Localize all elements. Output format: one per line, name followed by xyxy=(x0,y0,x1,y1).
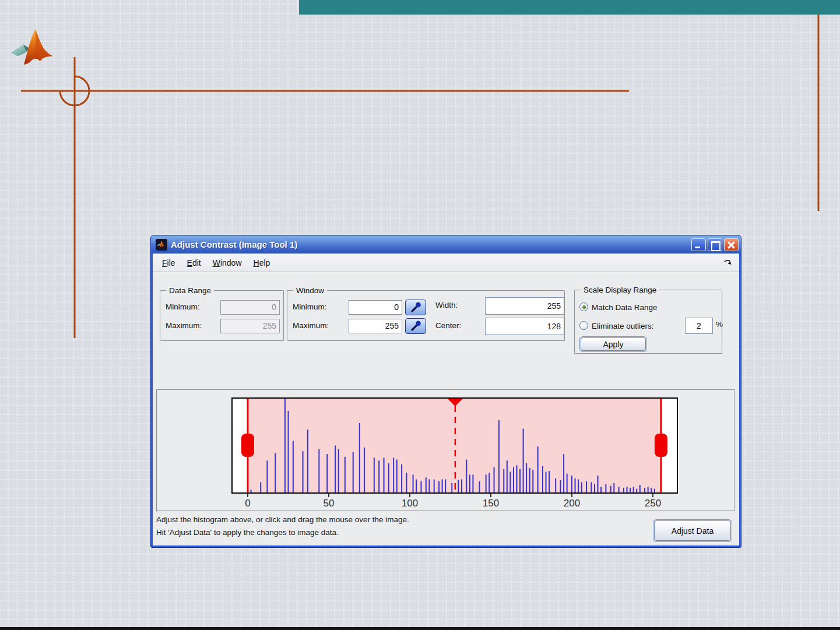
svg-text:250: 250 xyxy=(645,498,661,509)
window-maximum-label: Maximum: xyxy=(293,321,329,330)
slide-bottom-rule xyxy=(0,627,840,630)
window-group: Window Minimum: 0 Maximum: 255 Width: 25… xyxy=(287,290,565,342)
data-range-maximum-label: Maximum: xyxy=(166,321,202,330)
adjust-contrast-window: Adjust Contrast (Image Tool 1) File Edit… xyxy=(150,235,741,548)
menubar: File Edit Window Help xyxy=(153,254,739,272)
center-label: Center: xyxy=(435,321,461,330)
window-minimum-label: Minimum: xyxy=(293,302,327,311)
menu-window[interactable]: Window xyxy=(207,256,248,270)
histogram-svg[interactable]: 050100150200250 xyxy=(157,390,734,511)
scale-group-title: Scale Display Range xyxy=(581,286,659,294)
maximize-button[interactable] xyxy=(708,238,722,251)
data-range-group: Data Range Minimum: 0 Maximum: 255 xyxy=(160,290,284,342)
match-data-range-radio[interactable] xyxy=(579,302,588,311)
eliminate-outliers-label[interactable]: Eliminate outliers: xyxy=(592,322,654,330)
close-button[interactable] xyxy=(724,238,739,251)
histogram-panel: 050100150200250 xyxy=(156,389,735,512)
dock-arrow-icon[interactable] xyxy=(723,259,732,268)
svg-text:200: 200 xyxy=(564,498,580,509)
window-title: Adjust Contrast (Image Tool 1) xyxy=(171,240,690,249)
center-input[interactable]: 128 xyxy=(485,318,564,335)
svg-text:150: 150 xyxy=(483,498,499,509)
titlebar[interactable]: Adjust Contrast (Image Tool 1) xyxy=(151,235,741,254)
eyedropper-icon xyxy=(409,301,423,314)
eyedropper-icon xyxy=(409,320,423,333)
width-input[interactable]: 255 xyxy=(485,297,564,315)
window-minimum-input[interactable]: 0 xyxy=(349,300,402,315)
percent-label: % xyxy=(716,320,723,329)
teal-title-bar xyxy=(299,0,840,15)
dialog-content: Data Range Minimum: 0 Maximum: 255 Windo… xyxy=(153,272,739,545)
svg-text:0: 0 xyxy=(245,498,250,509)
window-group-title: Window xyxy=(293,286,327,295)
instruction-line-2: Hit 'Adjust Data' to apply the changes t… xyxy=(156,528,339,537)
adjust-data-button[interactable]: Adjust Data xyxy=(654,520,731,541)
minimum-eyedropper-button[interactable] xyxy=(405,300,426,315)
window-maximum-input[interactable]: 255 xyxy=(349,319,402,333)
maximum-eyedropper-button[interactable] xyxy=(405,318,426,334)
minimize-button[interactable] xyxy=(691,238,706,251)
data-range-title: Data Range xyxy=(166,286,214,295)
menu-edit[interactable]: Edit xyxy=(181,256,207,270)
matlab-window-icon xyxy=(156,239,167,251)
scale-display-range-group: Scale Display Range Match Data Range Eli… xyxy=(574,290,723,354)
instruction-line-1: Adjust the histogram above, or click and… xyxy=(156,515,409,524)
menu-file[interactable]: File xyxy=(156,256,181,270)
svg-text:100: 100 xyxy=(402,498,418,509)
eliminate-outliers-radio[interactable] xyxy=(579,321,588,330)
match-data-range-label[interactable]: Match Data Range xyxy=(592,303,658,312)
outliers-percent-input[interactable]: 2 xyxy=(685,318,713,334)
data-range-maximum-field: 255 xyxy=(220,319,280,333)
apply-button[interactable]: Apply xyxy=(581,337,646,351)
matlab-logo xyxy=(7,24,63,75)
data-range-minimum-label: Minimum: xyxy=(166,302,200,311)
menu-help[interactable]: Help xyxy=(248,256,276,270)
data-range-minimum-field: 0 xyxy=(220,300,280,315)
svg-text:50: 50 xyxy=(324,498,335,509)
width-label: Width: xyxy=(435,301,458,309)
